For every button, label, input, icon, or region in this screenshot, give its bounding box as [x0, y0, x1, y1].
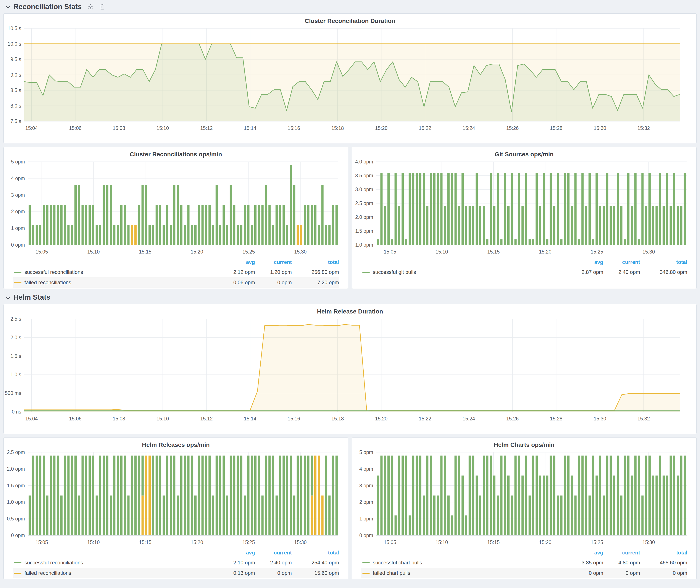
legend: avg current total successful reconciliat… [13, 257, 339, 288]
legend-avg-value: 0.13 opm [218, 570, 255, 576]
legend-item: successful reconciliations 2.10 opm 2.40… [13, 557, 339, 568]
svg-text:15:22: 15:22 [419, 125, 431, 131]
legend-series-name[interactable]: failed reconciliations [24, 570, 218, 576]
svg-text:15:30: 15:30 [594, 416, 606, 422]
helm-charts-opm-chart[interactable]: 15:0515:1015:1515:2015:2515:300 opm1 opm… [352, 449, 696, 548]
legend-avg-value: 0.06 opm [218, 279, 255, 286]
legend-sort-avg[interactable]: avg [566, 259, 603, 265]
legend-sort-avg[interactable]: avg [218, 259, 255, 265]
svg-text:2.5 opm: 2.5 opm [355, 200, 373, 206]
svg-text:15:30: 15:30 [642, 249, 655, 255]
section-collapse-reconciliation-stats[interactable]: Reconciliation Stats [6, 3, 82, 11]
svg-text:15:30: 15:30 [642, 540, 655, 545]
svg-text:15:04: 15:04 [25, 416, 38, 422]
panel-title[interactable]: Helm Charts ops/min [352, 438, 696, 449]
cluster-reconciliations-opm-chart[interactable]: 15:0515:1015:1515:2015:2515:300 opm1 opm… [4, 159, 348, 257]
svg-text:15:20: 15:20 [539, 249, 552, 255]
svg-text:2.0 opm: 2.0 opm [355, 214, 373, 220]
panel-title[interactable]: Helm Releases ops/min [4, 438, 348, 449]
legend-current-value: 1.20 opm [255, 269, 292, 275]
svg-text:15:05: 15:05 [35, 540, 48, 545]
section-collapse-helm-stats[interactable]: Helm Stats [6, 293, 50, 301]
legend-avg-value: 2.12 opm [218, 269, 255, 275]
svg-text:15:10: 15:10 [87, 540, 100, 545]
legend-sort-current[interactable]: current [603, 550, 640, 556]
legend-current-value: 2.40 opm [255, 560, 292, 566]
svg-text:2 opm: 2 opm [359, 499, 373, 505]
svg-text:2 opm: 2 opm [11, 209, 25, 214]
legend-total-value: 254.40 opm [292, 560, 339, 566]
legend: avg current total successful git pulls 2… [361, 257, 687, 277]
svg-text:4 opm: 4 opm [11, 176, 25, 181]
svg-text:1.5 opm: 1.5 opm [355, 228, 373, 234]
legend-sort-total[interactable]: total [292, 259, 339, 265]
svg-text:15:10: 15:10 [156, 125, 169, 131]
legend-current-value: 0 opm [255, 570, 292, 576]
svg-text:1.5 opm: 1.5 opm [7, 483, 25, 488]
helm-releases-opm-chart[interactable]: 15:0515:1015:1515:2015:2515:300 opm0.5 o… [4, 449, 348, 548]
svg-text:15:25: 15:25 [242, 540, 255, 545]
svg-text:15:05: 15:05 [384, 540, 396, 545]
svg-text:3.0 opm: 3.0 opm [355, 187, 373, 192]
legend-sort-total[interactable]: total [640, 550, 687, 556]
svg-text:15:05: 15:05 [384, 249, 396, 255]
legend-series-name[interactable]: successful reconciliations [24, 269, 218, 275]
svg-text:15:15: 15:15 [139, 540, 152, 545]
svg-text:15:25: 15:25 [591, 540, 603, 545]
legend-item: successful chart pulls 3.85 opm 4.80 opm… [361, 557, 687, 568]
panel-title[interactable]: Helm Release Duration [4, 304, 696, 316]
legend-series-name[interactable]: failed reconciliations [24, 279, 218, 286]
legend-sort-current[interactable]: current [603, 259, 640, 265]
svg-text:1.0 opm: 1.0 opm [355, 242, 373, 248]
trash-icon[interactable] [99, 3, 105, 10]
series-color-dash [362, 573, 370, 574]
panel-title[interactable]: Cluster Reconciliations ops/min [4, 147, 348, 159]
legend-sort-total[interactable]: total [640, 259, 687, 265]
legend-series-name[interactable]: successful chart pulls [373, 560, 566, 566]
svg-text:15:30: 15:30 [294, 540, 307, 545]
svg-text:15:12: 15:12 [200, 125, 213, 131]
svg-text:8.5 s: 8.5 s [10, 87, 21, 93]
git-sources-opm-chart[interactable]: 15:0515:1015:1515:2015:2515:301.0 opm1.5… [352, 159, 696, 257]
svg-text:10.0 s: 10.0 s [8, 41, 21, 47]
svg-text:15:28: 15:28 [550, 125, 563, 131]
legend-series-name[interactable]: successful git pulls [373, 269, 566, 275]
svg-text:5 opm: 5 opm [359, 449, 373, 455]
legend-sort-current[interactable]: current [255, 259, 292, 265]
svg-text:7.5 s: 7.5 s [10, 118, 21, 124]
svg-text:15:20: 15:20 [539, 540, 552, 545]
legend-series-name[interactable]: successful reconciliations [24, 560, 218, 566]
gear-icon[interactable] [87, 3, 94, 10]
svg-text:15:08: 15:08 [113, 125, 125, 131]
svg-text:15:16: 15:16 [288, 125, 300, 131]
svg-text:15:24: 15:24 [463, 125, 475, 131]
legend-series-name[interactable]: failed chart pulls [373, 570, 566, 576]
panel-title[interactable]: Cluster Reconciliation Duration [4, 14, 696, 25]
legend-sort-current[interactable]: current [255, 550, 292, 556]
svg-text:15:10: 15:10 [87, 249, 100, 255]
legend-header: avg current total [361, 257, 687, 267]
svg-text:2.0 opm: 2.0 opm [7, 466, 25, 472]
series-color-dash [14, 272, 21, 273]
svg-text:1.5 s: 1.5 s [10, 353, 21, 359]
svg-text:1.0 opm: 1.0 opm [7, 499, 25, 505]
cluster-reconciliation-duration-chart[interactable]: 15:0415:0615:0815:1015:1215:1415:1615:18… [4, 25, 696, 133]
legend-item: failed reconciliations 0.06 opm 0 opm 7.… [13, 277, 339, 288]
helm-release-duration-chart[interactable]: 15:0415:0615:0815:1015:1215:1415:1615:18… [4, 316, 696, 424]
svg-text:0 opm: 0 opm [11, 242, 25, 248]
svg-text:15:20: 15:20 [191, 540, 203, 545]
panel-title[interactable]: Git Sources ops/min [352, 147, 696, 159]
legend-total-value: 346.80 opm [640, 269, 687, 275]
legend-avg-value: 2.87 opm [566, 269, 603, 275]
svg-text:8.0 s: 8.0 s [10, 103, 21, 109]
legend-sort-total[interactable]: total [292, 550, 339, 556]
legend-sort-avg[interactable]: avg [218, 550, 255, 556]
series-color-dash [362, 562, 370, 563]
svg-text:15:10: 15:10 [435, 540, 448, 545]
section-title: Reconciliation Stats [13, 3, 82, 11]
svg-text:2.5 opm: 2.5 opm [7, 449, 25, 455]
legend-sort-avg[interactable]: avg [566, 550, 603, 556]
svg-text:15:26: 15:26 [506, 416, 519, 422]
legend-item: successful reconciliations 2.12 opm 1.20… [13, 267, 339, 277]
legend-current-value: 0 opm [255, 279, 292, 286]
